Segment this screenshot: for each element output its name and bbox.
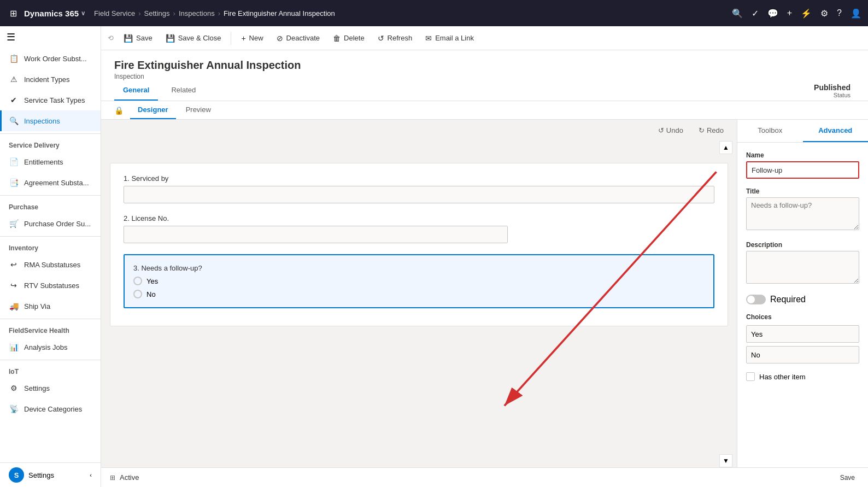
new-nav-icon[interactable]: + (787, 8, 792, 18)
refresh-label: Refresh (388, 34, 413, 42)
sidebar-item-ship-via[interactable]: 🚚 Ship Via (0, 296, 101, 316)
filter-nav-icon[interactable]: ⚡ (801, 8, 812, 19)
top-nav: ⊞ Dynamics 365 ∨ Field Service › Setting… (0, 0, 868, 26)
deactivate-button[interactable]: ⊘ Deactivate (271, 31, 325, 46)
question-nav-icon[interactable]: ? (837, 8, 842, 18)
choice-yes-text: Yes (751, 330, 763, 338)
field2-input[interactable] (124, 226, 508, 243)
panel-field-description: Description (746, 241, 859, 286)
panel-name-input[interactable] (746, 161, 859, 179)
sidebar-item-rtv[interactable]: ↪ RTV Substatuses (0, 275, 101, 296)
sidebar-section-service-delivery: Service Delivery (0, 136, 101, 151)
sidebar-toggle[interactable]: ☰ (0, 26, 101, 48)
undo-button[interactable]: ↺ Undo (654, 124, 688, 137)
field2-label: 2. License No. (124, 214, 714, 222)
redo-icon: ↻ (699, 126, 705, 134)
sidebar-divider2 (0, 195, 101, 196)
sidebar-item-entitlements[interactable]: 📄 Entitlements (0, 151, 101, 172)
status-bar-save-button[interactable]: Save (836, 473, 859, 483)
sidebar-item-inspections[interactable]: 🔍 Inspections (0, 110, 101, 131)
page-header: Fire Extinguisher Annual Inspection Insp… (101, 50, 868, 80)
waffle-icon[interactable]: ⊞ (7, 7, 20, 20)
email-icon: ✉ (425, 34, 432, 43)
settings-nav-icon[interactable]: ⚙ (820, 8, 828, 19)
delete-label: Delete (344, 34, 365, 42)
user-nav-icon[interactable]: 👤 (851, 8, 861, 19)
sidebar-item-analysis-jobs[interactable]: 📊 Analysis Jobs (0, 337, 101, 357)
radio-no-label: No (146, 290, 156, 298)
choice-item-yes[interactable]: Yes (746, 325, 859, 343)
app-name-text: Dynamics 365 (24, 9, 79, 18)
status-bar-left: ⊞ Active (110, 473, 139, 482)
sidebar-label-agreement: Agreement Substa... (24, 179, 89, 187)
breadcrumb-settings[interactable]: Settings (144, 9, 170, 17)
choice-item-no[interactable]: No (746, 346, 859, 363)
sidebar-item-work-order[interactable]: 📋 Work Order Subst... (0, 48, 101, 69)
delete-button[interactable]: 🗑 Delete (327, 31, 370, 46)
work-order-icon: 📋 (9, 54, 19, 63)
page-title: Fire Extinguisher Annual Inspection (114, 59, 855, 72)
scroll-up-button[interactable]: ▲ (719, 141, 732, 154)
sidebar-item-incident-types[interactable]: ⚠ Incident Types (0, 69, 101, 90)
save-button[interactable]: 💾 Save (118, 31, 158, 46)
choices-label: Choices (746, 313, 859, 321)
redo-button[interactable]: ↻ Redo (694, 124, 728, 137)
choice-no-text: No (751, 351, 760, 359)
tab-related[interactable]: Related (162, 80, 204, 101)
canvas-area: ↺ Undo ↻ Redo ▲ 1. Serviced by (101, 120, 737, 467)
sidebar-label-entitlements: Entitlements (24, 158, 63, 166)
new-label: New (249, 34, 263, 42)
breadcrumb-sep1: › (138, 9, 140, 17)
sidebar-item-iot-settings[interactable]: ⚙ Settings (0, 378, 101, 398)
editor-area: ↺ Undo ↻ Redo ▲ 1. Serviced by (101, 120, 868, 467)
email-link-label: Email a Link (435, 34, 474, 42)
panel-name-label: Name (746, 151, 859, 159)
panel-title-label: Title (746, 187, 859, 195)
new-button[interactable]: + New (236, 31, 268, 46)
sidebar-item-device-categories[interactable]: 📡 Device Categories (0, 398, 101, 419)
has-other-checkbox[interactable] (746, 372, 755, 381)
panel-tab-toolbox[interactable]: Toolbox (737, 120, 803, 142)
delete-icon: 🗑 (333, 34, 341, 43)
sub-tab-designer[interactable]: Designer (130, 101, 176, 119)
has-other-label: Has other item (759, 373, 806, 381)
app-name[interactable]: Dynamics 365 ∨ (24, 9, 85, 18)
sidebar-item-purchase-order[interactable]: 🛒 Purchase Order Su... (0, 213, 101, 234)
refresh-button[interactable]: ↺ Refresh (372, 31, 418, 46)
sidebar: ☰ 📋 Work Order Subst... ⚠ Incident Types… (0, 26, 101, 487)
field1-input[interactable] (124, 186, 714, 203)
nav-icons: 🔍 ✓ 💬 + ⚡ ⚙ ? 👤 (732, 8, 861, 19)
form-field-3[interactable]: 3. Needs a follow-up? Yes No (124, 254, 714, 308)
breadcrumb-module[interactable]: Field Service (94, 9, 135, 17)
search-nav-icon[interactable]: 🔍 (732, 8, 743, 19)
sidebar-item-service-task-types[interactable]: ✔ Service Task Types (0, 90, 101, 110)
tab-general[interactable]: General (114, 80, 158, 101)
breadcrumb-inspections[interactable]: Inspections (179, 9, 215, 17)
sidebar-item-agreement-subst[interactable]: 📑 Agreement Substa... (0, 172, 101, 193)
sidebar-item-rma[interactable]: ↩ RMA Substatuses (0, 254, 101, 275)
radio-item-no[interactable]: No (133, 290, 705, 298)
tasks-nav-icon[interactable]: ✓ (752, 8, 759, 19)
status-active: Active (120, 473, 139, 482)
sidebar-divider1 (0, 133, 101, 134)
sidebar-label-incident-types: Incident Types (24, 75, 70, 84)
email-link-button[interactable]: ✉ Email a Link (420, 31, 479, 46)
sidebar-section-inventory: Inventory (0, 239, 101, 254)
save-close-button[interactable]: 💾 Save & Close (160, 31, 227, 46)
sub-tab-preview[interactable]: Preview (178, 101, 219, 119)
panel-description-input[interactable] (746, 251, 859, 284)
radio-no-circle (133, 290, 142, 298)
status-value: Published (814, 83, 851, 92)
history-icon[interactable]: ⟲ (105, 32, 116, 44)
panel-title-input[interactable] (746, 197, 859, 230)
sidebar-footer[interactable]: S Settings ‹ (0, 462, 101, 487)
help-nav-icon[interactable]: 💬 (767, 8, 778, 19)
canvas-scroll[interactable]: ▲ 1. Serviced by 2. License No. 3. Ne (101, 141, 737, 467)
status-bar: ⊞ Active Save (101, 467, 868, 487)
panel-content: Name Title Description (737, 143, 868, 390)
required-toggle[interactable] (746, 295, 766, 304)
radio-item-yes[interactable]: Yes (133, 277, 705, 285)
panel-tab-advanced[interactable]: Advanced (803, 120, 869, 142)
scroll-down-button[interactable]: ▼ (719, 454, 732, 467)
sidebar-label-device-categories: Device Categories (24, 405, 82, 413)
